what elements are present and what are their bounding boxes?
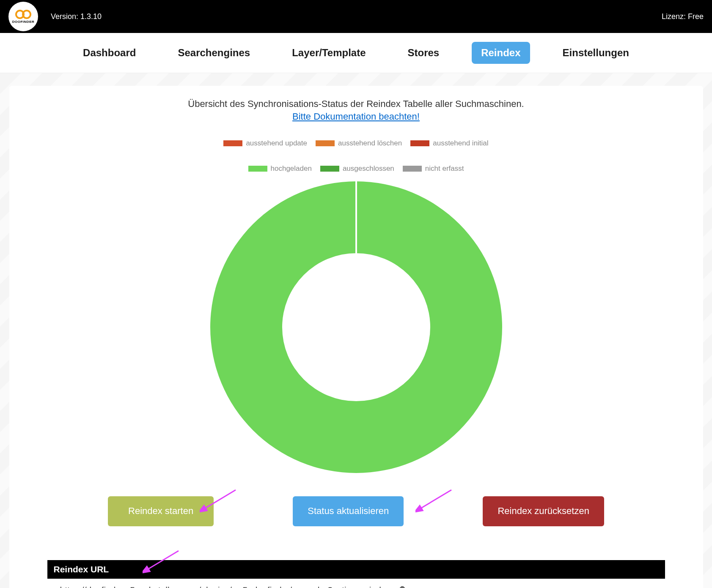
donut-chart (208, 179, 504, 475)
logo-text: DOOFINDER (12, 20, 35, 24)
legend-item: ausstehend update (223, 139, 307, 148)
reindex-start-button[interactable]: Reindex starten (108, 496, 214, 526)
logo-rings-icon (16, 10, 30, 19)
logo[interactable]: DOOFINDER (8, 2, 38, 31)
legend-label: ausstehend löschen (338, 139, 402, 148)
license-label: Lizenz: Free (662, 12, 704, 21)
legend-item: ausstehend initial (410, 139, 488, 148)
version-label: Version: 1.3.10 (51, 12, 102, 21)
legend-label: ausgeschlossen (343, 164, 394, 173)
nav-dashboard[interactable]: Dashboard (74, 42, 145, 64)
nav-reindex[interactable]: Reindex (472, 42, 530, 64)
legend-swatch (320, 166, 339, 172)
legend-label: ausstehend initial (433, 139, 488, 148)
reindex-url-row: https://doofinder.v5.webstollen.com/plug… (47, 579, 665, 588)
top-bar-left: DOOFINDER Version: 1.3.10 (8, 2, 102, 31)
nav-searchengines[interactable]: Searchengines (168, 42, 259, 64)
button-row: Reindex starten Status aktualisieren Rei… (69, 496, 644, 526)
status-refresh-button[interactable]: Status aktualisieren (293, 496, 404, 526)
content-card: Übersicht des Synchronisations-Status de… (9, 86, 703, 588)
legend-swatch (223, 140, 242, 146)
legend-item: nicht erfasst (403, 164, 464, 173)
legend-swatch (316, 140, 335, 146)
reindex-reset-button[interactable]: Reindex zurücksetzen (483, 496, 604, 526)
legend-swatch (410, 140, 429, 146)
annotation-arrow-icon (415, 488, 454, 513)
nav-stores[interactable]: Stores (398, 42, 448, 64)
legend-item: ausstehend löschen (316, 139, 402, 148)
legend-label: ausstehend update (246, 139, 307, 148)
legend-swatch (403, 166, 422, 172)
top-bar: DOOFINDER Version: 1.3.10 Lizenz: Free (0, 0, 712, 33)
legend-swatch (248, 166, 267, 172)
legend-label: nicht erfasst (425, 164, 464, 173)
legend-item: ausgeschlossen (320, 164, 394, 173)
nav-bar: Dashboard Searchengines Layer/Template S… (0, 33, 712, 73)
clipboard-icon[interactable] (398, 585, 407, 588)
legend-item: hochgeladen (248, 164, 312, 173)
reindex-url-header: Reindex URL (47, 560, 665, 579)
overview-text: Übersicht des Synchronisations-Status de… (47, 98, 665, 109)
reindex-url-value: https://doofinder.v5.webstollen.com/plug… (60, 585, 391, 588)
main-content: Übersicht des Synchronisations-Status de… (0, 73, 712, 588)
chart-legend: ausstehend update ausstehend löschen aus… (221, 139, 492, 173)
legend-label: hochgeladen (271, 164, 312, 173)
svg-line-1 (420, 490, 451, 509)
documentation-link[interactable]: Bitte Dokumentation beachten! (47, 111, 665, 122)
nav-einstellungen[interactable]: Einstellungen (553, 42, 638, 64)
nav-layer-template[interactable]: Layer/Template (283, 42, 375, 64)
